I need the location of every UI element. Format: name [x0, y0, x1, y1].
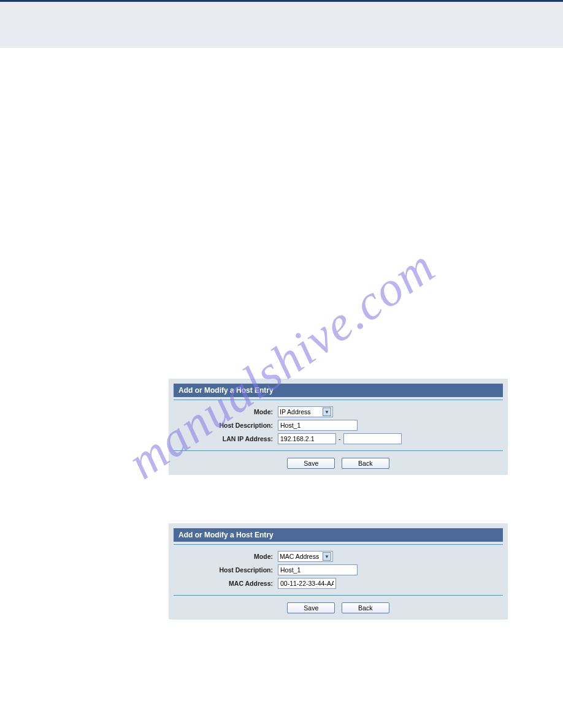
mode-select[interactable]: MAC Address ▼	[278, 551, 333, 562]
mode-label: Mode:	[174, 408, 278, 415]
divider	[174, 595, 503, 596]
mode-row: Mode: IP Address ▼	[174, 406, 503, 417]
page-header-band	[0, 0, 563, 25]
host-entry-panel-ip: Add or Modify a Host Entry Mode: IP Addr…	[169, 379, 508, 475]
range-dash: -	[339, 435, 341, 442]
mac-address-input[interactable]	[278, 578, 336, 589]
host-description-input[interactable]	[278, 420, 358, 431]
panel-title: Add or Modify a Host Entry	[174, 528, 503, 542]
chevron-down-icon: ▼	[323, 408, 331, 416]
divider	[174, 450, 503, 451]
divider	[174, 544, 503, 545]
divider	[174, 400, 503, 400]
save-button[interactable]: Save	[287, 458, 335, 469]
panel-title: Add or Modify a Host Entry	[174, 384, 503, 397]
mode-select-value: IP Address	[280, 408, 311, 415]
host-description-label: Host Description:	[174, 422, 278, 429]
host-description-input[interactable]	[278, 564, 358, 575]
button-row: Save Back	[174, 457, 503, 469]
host-description-label: Host Description:	[174, 566, 278, 574]
page-header-band-2	[0, 25, 563, 48]
mode-select-value: MAC Address	[280, 553, 319, 560]
mac-address-label: MAC Address:	[174, 580, 278, 587]
mode-select[interactable]: IP Address ▼	[278, 406, 333, 417]
mode-row: Mode: MAC Address ▼	[174, 551, 503, 562]
host-description-row: Host Description:	[174, 420, 503, 431]
lan-ip-from-input[interactable]	[278, 433, 336, 444]
host-entry-panel-mac: Add or Modify a Host Entry Mode: MAC Add…	[169, 523, 508, 620]
lan-ip-label: LAN IP Address:	[174, 435, 278, 442]
back-button[interactable]: Back	[342, 602, 389, 613]
chevron-down-icon: ▼	[323, 552, 331, 561]
back-button[interactable]: Back	[342, 458, 389, 469]
mode-label: Mode:	[174, 553, 278, 560]
save-button[interactable]: Save	[287, 602, 335, 613]
host-description-row: Host Description:	[174, 564, 503, 575]
lan-ip-to-input[interactable]	[343, 433, 402, 444]
mac-address-row: MAC Address:	[174, 578, 503, 589]
button-row: Save Back	[174, 602, 503, 613]
lan-ip-row: LAN IP Address: -	[174, 433, 503, 444]
